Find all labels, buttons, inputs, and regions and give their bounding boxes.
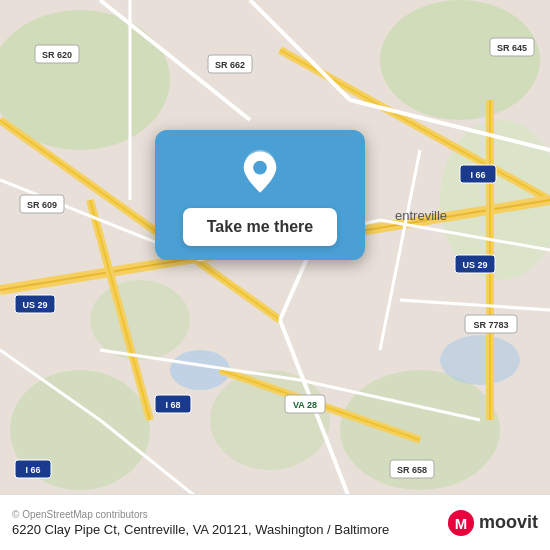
map-svg: SR 620 SR 662 SR 645 SR 609 US 29 I 66 I… <box>0 0 550 550</box>
svg-text:SR 7783: SR 7783 <box>473 320 508 330</box>
location-card: Take me there <box>155 130 365 260</box>
svg-text:SR 609: SR 609 <box>27 200 57 210</box>
location-pin-icon <box>236 148 284 196</box>
moovit-icon: M <box>447 509 475 537</box>
svg-point-2 <box>380 0 540 120</box>
osm-credit: © OpenStreetMap contributors <box>12 509 389 520</box>
svg-text:SR 658: SR 658 <box>397 465 427 475</box>
bottom-left-info: © OpenStreetMap contributors 6220 Clay P… <box>12 509 389 537</box>
svg-text:M: M <box>455 514 467 531</box>
svg-text:I 68: I 68 <box>165 400 180 410</box>
svg-text:SR 645: SR 645 <box>497 43 527 53</box>
take-me-there-button[interactable]: Take me there <box>183 208 337 246</box>
svg-text:VA 28: VA 28 <box>293 400 317 410</box>
svg-text:SR 662: SR 662 <box>215 60 245 70</box>
moovit-text: moovit <box>479 512 538 533</box>
svg-text:I 66: I 66 <box>470 170 485 180</box>
moovit-logo: M moovit <box>447 509 538 537</box>
svg-text:I 66: I 66 <box>25 465 40 475</box>
bottom-bar: © OpenStreetMap contributors 6220 Clay P… <box>0 494 550 550</box>
svg-text:SR 620: SR 620 <box>42 50 72 60</box>
address-text: 6220 Clay Pipe Ct, Centreville, VA 20121… <box>12 522 389 537</box>
svg-text:entreville: entreville <box>395 208 447 223</box>
svg-point-63 <box>253 161 267 175</box>
svg-text:US 29: US 29 <box>22 300 47 310</box>
map-container: SR 620 SR 662 SR 645 SR 609 US 29 I 66 I… <box>0 0 550 550</box>
svg-text:US 29: US 29 <box>462 260 487 270</box>
svg-point-7 <box>90 280 190 360</box>
svg-point-9 <box>440 335 520 385</box>
